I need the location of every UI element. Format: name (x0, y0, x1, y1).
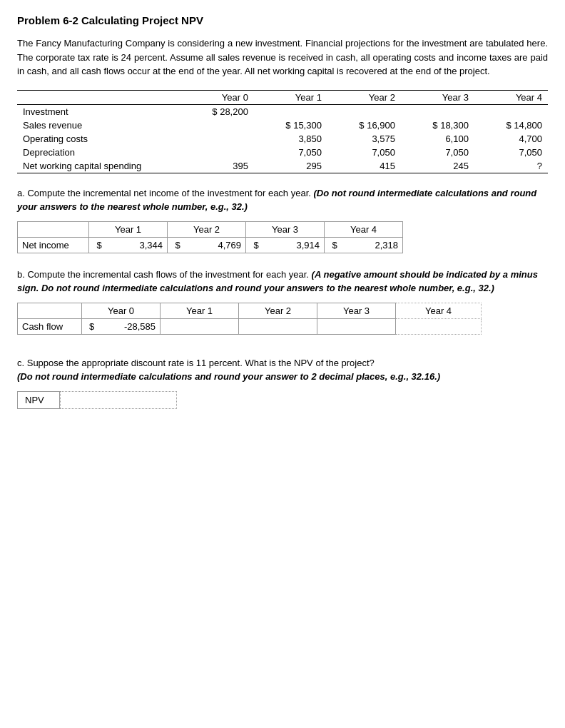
part-b-label: b. Compute the incremental cash flows of… (17, 268, 548, 295)
cell-investment-y0: $ 28,200 (180, 104, 254, 118)
col-header-year4: Year 4 (474, 90, 548, 104)
b-col-year4: Year 4 (396, 303, 482, 318)
b-col-year1: Year 1 (161, 303, 239, 318)
part-a-table-container: Year 1 Year 2 Year 3 Year 4 Net income $… (17, 221, 548, 253)
b-col-label (18, 303, 82, 318)
row-label-nwc: Net working capital spending (17, 159, 180, 173)
cell-opcosts-y2: 3,575 (327, 132, 401, 146)
table-row: Depreciation 7,050 7,050 7,050 7,050 (17, 146, 548, 159)
col-header-year2: Year 2 (327, 90, 401, 104)
part-a-section: a. Compute the incremental net income of… (17, 186, 548, 214)
row-label-sales: Sales revenue (17, 118, 180, 132)
a-value-y2: 4,769 (182, 237, 246, 253)
b-value-y0 (96, 318, 160, 334)
part-a-answer-table: Year 1 Year 2 Year 3 Year 4 Net income $… (17, 221, 403, 253)
a-dollar-y4: $ (325, 237, 339, 253)
cash-flow-y4-input[interactable] (405, 321, 477, 332)
a-dollar-y1: $ (89, 237, 103, 253)
cell-opcosts-y1: 3,850 (254, 132, 327, 146)
cell-sales-y3: $ 18,300 (401, 118, 474, 132)
table-row: Operating costs 3,850 3,575 6,100 4,700 (17, 132, 548, 146)
cell-dep-y1: 7,050 (254, 146, 327, 159)
col-header-year0: Year 0 (180, 90, 254, 104)
row-label-opcosts: Operating costs (17, 132, 180, 146)
main-data-table: Year 0 Year 1 Year 2 Year 3 Year 4 Inves… (17, 90, 548, 173)
intro-text: The Fancy Manufacturing Company is consi… (17, 36, 548, 79)
a-dollar-y3: $ (246, 237, 260, 253)
b-value-y4[interactable] (396, 318, 482, 334)
b-value-y3[interactable] (317, 318, 396, 334)
b-col-year0: Year 0 (82, 303, 161, 318)
cash-flow-label: Cash flow (18, 318, 82, 334)
cell-opcosts-y4: 4,700 (474, 132, 548, 146)
b-value-y2[interactable] (239, 318, 317, 334)
part-b-section: b. Compute the incremental cash flows of… (17, 268, 548, 295)
cell-dep-y3: 7,050 (401, 146, 474, 159)
a-col-year4: Year 4 (325, 221, 403, 237)
npv-row: NPV (17, 391, 548, 409)
cash-flow-y0-input[interactable] (106, 321, 156, 332)
cell-sales-y4: $ 14,800 (474, 118, 548, 132)
table-row: Net working capital spending 395 295 415… (17, 159, 548, 173)
a-col-year1: Year 1 (89, 221, 168, 237)
cash-flow-row: Cash flow $ (18, 318, 482, 334)
b-dollar-y0: $ (82, 318, 96, 334)
part-b-answer-table: Year 0 Year 1 Year 2 Year 3 Year 4 Cash … (17, 303, 482, 335)
cell-nwc-y4: ? (474, 159, 548, 173)
cash-flow-y1-input[interactable] (170, 321, 234, 332)
row-label-depreciation: Depreciation (17, 146, 180, 159)
cell-sales-y1: $ 15,300 (254, 118, 327, 132)
table-row: Investment $ 28,200 (17, 104, 548, 118)
cell-dep-y2: 7,050 (327, 146, 401, 159)
net-income-row: Net income $ 3,344 $ 4,769 $ 3,914 $ 2,3… (18, 237, 403, 253)
npv-label: NPV (17, 391, 60, 409)
npv-input[interactable] (65, 395, 172, 405)
a-value-y4: 2,318 (339, 237, 403, 253)
cell-nwc-y3: 245 (401, 159, 474, 173)
a-dollar-y2: $ (168, 237, 182, 253)
cell-dep-y4: 7,050 (474, 146, 548, 159)
a-col-label (18, 221, 89, 237)
table-row: Sales revenue $ 15,300 $ 16,900 $ 18,300… (17, 118, 548, 132)
col-header-year1: Year 1 (254, 90, 327, 104)
cash-flow-y2-input[interactable] (248, 321, 312, 332)
a-col-year2: Year 2 (168, 221, 246, 237)
a-value-y1: 3,344 (103, 237, 168, 253)
part-b-table-container: Year 0 Year 1 Year 2 Year 3 Year 4 Cash … (17, 303, 548, 335)
cell-opcosts-y3: 6,100 (401, 132, 474, 146)
npv-input-container[interactable] (60, 391, 177, 409)
cell-nwc-y0: 395 (180, 159, 254, 173)
cash-flow-y3-input[interactable] (327, 321, 391, 332)
row-label-investment: Investment (17, 104, 180, 118)
part-a-label: a. Compute the incremental net income of… (17, 186, 548, 214)
b-col-year3: Year 3 (317, 303, 396, 318)
cell-nwc-y2: 415 (327, 159, 401, 173)
b-value-y1[interactable] (161, 318, 239, 334)
a-value-y3: 3,914 (260, 237, 325, 253)
net-income-label: Net income (18, 237, 89, 253)
cell-nwc-y1: 295 (254, 159, 327, 173)
a-col-year3: Year 3 (246, 221, 325, 237)
page-title: Problem 6-2 Calculating Project NPV (17, 14, 548, 26)
cell-sales-y2: $ 16,900 (327, 118, 401, 132)
col-header-label (17, 90, 180, 104)
col-header-year3: Year 3 (401, 90, 474, 104)
b-col-year2: Year 2 (239, 303, 317, 318)
part-c-section: c. Suppose the appropriate discount rate… (17, 356, 548, 384)
part-c-label: c. Suppose the appropriate discount rate… (17, 356, 548, 384)
